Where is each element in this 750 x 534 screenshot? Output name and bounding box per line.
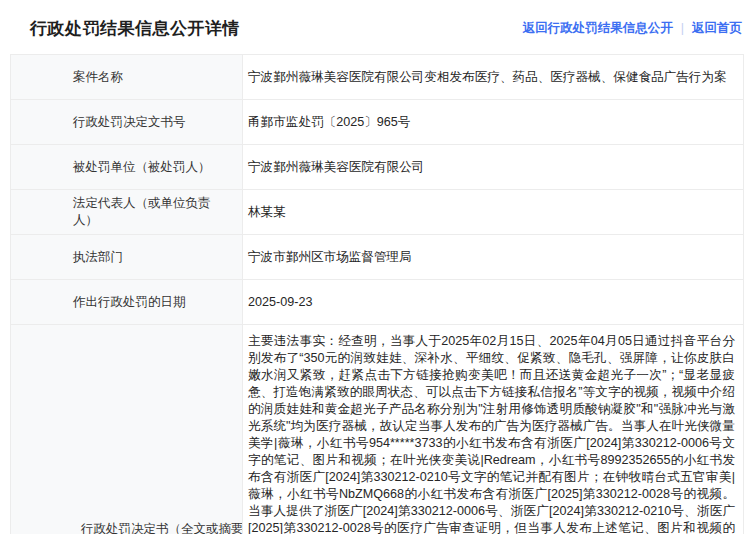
row-label: 执法部门 [11, 235, 243, 279]
page-header: 行政处罚结果信息公开详情 返回行政处罚结果信息公开 | 返回首页 [0, 0, 750, 54]
row-value: 2025-09-23 [243, 280, 743, 324]
table-row-enforcement-department: 执法部门 宁波市鄞州区市场监督管理局 [11, 235, 743, 280]
row-value: 宁波市鄞州区市场监督管理局 [243, 235, 743, 279]
row-value: 宁波鄞州薇琳美容医院有限公司 [243, 145, 743, 189]
row-label: 案件名称 [11, 55, 243, 99]
row-value: 甬鄞市监处罚〔2025〕965号 [243, 100, 743, 144]
row-value: 林某某 [243, 190, 743, 234]
back-to-list-link[interactable]: 返回行政处罚结果信息公开 [523, 20, 673, 37]
row-value: 宁波鄞州薇琳美容医院有限公司变相发布医疗、药品、医疗器械、保健食品广告行为案 [243, 55, 743, 99]
row-label: 行政处罚决定文书号 [11, 100, 243, 144]
back-to-home-link[interactable]: 返回首页 [692, 20, 742, 37]
row-label: 作出行政处罚的日期 [11, 280, 243, 324]
decision-text: 主要违法事实：经查明，当事人于2025年02月15日、2025年04月05日通过… [248, 333, 735, 534]
row-label: 被处罚单位（被处罚人） [11, 145, 243, 189]
table-row-punished-entity: 被处罚单位（被处罚人） 宁波鄞州薇琳美容医院有限公司 [11, 145, 743, 190]
page-title: 行政处罚结果信息公开详情 [30, 17, 240, 40]
link-divider: | [681, 21, 684, 35]
table-row-penalty-date: 作出行政处罚的日期 2025-09-23 [11, 280, 743, 325]
row-label: 行政处罚决定书（全文或摘要） [11, 325, 243, 534]
header-links: 返回行政处罚结果信息公开 | 返回首页 [523, 20, 742, 37]
row-label: 法定代表人（或单位负责人） [11, 190, 243, 234]
table-row-document-number: 行政处罚决定文书号 甬鄞市监处罚〔2025〕965号 [11, 100, 743, 145]
penalty-info-table: 案件名称 宁波鄞州薇琳美容医院有限公司变相发布医疗、药品、医疗器械、保健食品广告… [10, 54, 744, 534]
table-row-case-name: 案件名称 宁波鄞州薇琳美容医院有限公司变相发布医疗、药品、医疗器械、保健食品广告… [11, 55, 743, 100]
row-value: 主要违法事实：经查明，当事人于2025年02月15日、2025年04月05日通过… [243, 325, 743, 534]
penalty-detail-page: 行政处罚结果信息公开详情 返回行政处罚结果信息公开 | 返回首页 案件名称 宁波… [0, 0, 750, 534]
table-row-legal-representative: 法定代表人（或单位负责人） 林某某 [11, 190, 743, 235]
table-row-decision-document: 行政处罚决定书（全文或摘要） 主要违法事实：经查明，当事人于2025年02月15… [11, 325, 743, 534]
